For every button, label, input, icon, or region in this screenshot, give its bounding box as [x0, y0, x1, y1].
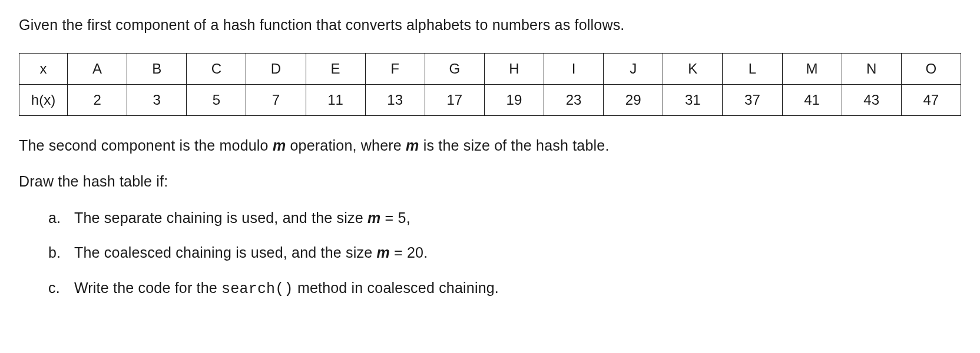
item-b-pre: The coalesced chaining is used, and the …: [74, 244, 376, 261]
variable-m: m: [406, 137, 419, 154]
table-cell: 17: [425, 84, 484, 115]
question-list: a. The separate chaining is used, and th…: [19, 207, 961, 301]
code-search: search(): [221, 281, 293, 298]
item-c-post: method in coalesced chaining.: [293, 279, 499, 296]
table-cell: O: [901, 53, 961, 84]
hash-function-table: x A B C D E F G H I J K L M N O h(x) 2 3…: [19, 53, 961, 116]
item-c-pre: Write the code for the: [74, 279, 221, 296]
variable-m: m: [273, 137, 286, 154]
table-cell: L: [723, 53, 782, 84]
list-marker-a: a.: [48, 207, 74, 229]
table-cell: H: [484, 53, 544, 84]
list-item: c. Write the code for the search() metho…: [48, 277, 961, 301]
table-row-keys: x A B C D E F G H I J K L M N O: [19, 53, 961, 84]
item-c-content: Write the code for the search() method i…: [74, 277, 961, 301]
table-cell: D: [246, 53, 306, 84]
item-a-content: The separate chaining is used, and the s…: [74, 207, 961, 229]
table-cell: 29: [604, 84, 663, 115]
item-b-post: = 20.: [390, 244, 428, 261]
table-cell: 7: [246, 84, 306, 115]
table-cell: 2: [68, 84, 127, 115]
intro-paragraph: Given the first component of a hash func…: [19, 14, 961, 36]
table-cell: 37: [723, 84, 782, 115]
row-label-hx: h(x): [19, 84, 68, 115]
table-row-values: h(x) 2 3 5 7 11 13 17 19 23 29 31 37 41 …: [19, 84, 961, 115]
item-a-post: = 5,: [380, 209, 410, 226]
variable-m: m: [368, 209, 380, 226]
table-cell: 19: [484, 84, 544, 115]
table-cell: 5: [187, 84, 246, 115]
table-cell: G: [425, 53, 484, 84]
para2-pre: The second component is the modulo: [19, 137, 273, 154]
table-cell: 13: [365, 84, 425, 115]
list-marker-c: c.: [48, 277, 74, 299]
table-cell: B: [127, 53, 187, 84]
draw-paragraph: Draw the hash table if:: [19, 171, 961, 193]
table-cell: 31: [663, 84, 723, 115]
table-cell: N: [842, 53, 901, 84]
table-cell: 43: [842, 84, 901, 115]
list-marker-b: b.: [48, 242, 74, 264]
modulo-paragraph: The second component is the modulo m ope…: [19, 135, 961, 157]
table-cell: 23: [544, 84, 604, 115]
list-item: b. The coalesced chaining is used, and t…: [48, 242, 961, 264]
para2-post1: operation, where: [286, 137, 406, 154]
table-cell: K: [663, 53, 723, 84]
table-cell: J: [604, 53, 663, 84]
list-item: a. The separate chaining is used, and th…: [48, 207, 961, 229]
item-b-content: The coalesced chaining is used, and the …: [74, 242, 961, 264]
table-cell: I: [544, 53, 604, 84]
para2-post2: is the size of the hash table.: [419, 137, 609, 154]
row-label-x: x: [19, 53, 68, 84]
table-cell: E: [306, 53, 365, 84]
variable-m: m: [376, 244, 389, 261]
table-cell: M: [782, 53, 842, 84]
item-a-pre: The separate chaining is used, and the s…: [74, 209, 368, 226]
table-cell: A: [68, 53, 127, 84]
table-cell: 41: [782, 84, 842, 115]
table-cell: 47: [901, 84, 961, 115]
table-cell: F: [365, 53, 425, 84]
table-cell: 11: [306, 84, 365, 115]
table-cell: 3: [127, 84, 187, 115]
table-cell: C: [187, 53, 246, 84]
